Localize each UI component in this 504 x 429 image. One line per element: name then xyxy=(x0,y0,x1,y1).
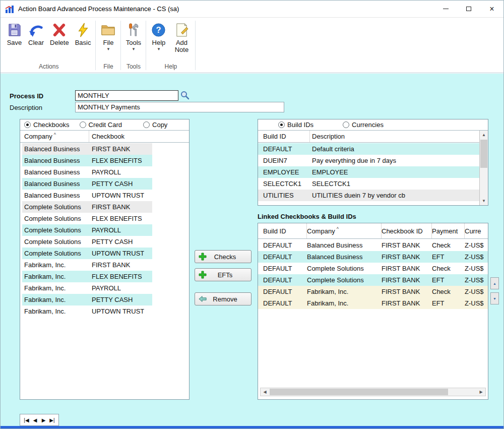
first-record-button[interactable]: |◀ xyxy=(22,417,31,423)
process-id-input[interactable] xyxy=(75,90,178,101)
checkbook-row[interactable]: Fabrikam, Inc.UPTOWN TRUST xyxy=(22,305,152,317)
company-cell: Fabrikam, Inc. xyxy=(307,286,382,297)
close-icon: × xyxy=(489,5,494,13)
description-input[interactable] xyxy=(75,102,284,112)
maximize-button[interactable] xyxy=(457,1,480,18)
help-button[interactable]: ? Help ▾ xyxy=(148,21,169,52)
linked-horizontal-scrollbar[interactable]: ◀ ▶ xyxy=(260,388,486,396)
checkbook-row[interactable]: Complete SolutionsUPTOWN TRUST xyxy=(22,248,152,259)
company-cell: Complete Solutions xyxy=(22,224,90,236)
scroll-up-button[interactable]: ▲ xyxy=(480,131,488,139)
checkbook-row[interactable]: Fabrikam, Inc.PAYROLL xyxy=(22,282,152,294)
linked-scroll-up-button[interactable]: ▲ xyxy=(490,277,499,289)
radio-build-ids[interactable]: Build IDs xyxy=(278,121,313,129)
last-record-button[interactable]: ▶| xyxy=(48,417,56,423)
add-checks-button[interactable]: Checks xyxy=(195,250,251,263)
currency-cell: Z-US$ xyxy=(465,297,488,309)
checkbook-cell: FLEX BENEFITS xyxy=(90,155,142,166)
checkbook-row[interactable]: Fabrikam, Inc.FIRST BANK xyxy=(22,259,152,271)
linked-row[interactable]: DEFAULTBalanced BusinessFIRST BANKEFTZ-U… xyxy=(258,251,488,263)
description-column-header[interactable]: Description xyxy=(310,133,345,140)
linked-company-column-header[interactable]: Company^ xyxy=(307,223,382,238)
company-cell: Complete Solutions xyxy=(22,236,90,248)
linked-build-id-column-header[interactable]: Build ID xyxy=(258,223,307,238)
add-note-button[interactable]: Add Note xyxy=(169,21,194,55)
scroll-down-icon: ▼ xyxy=(482,199,486,203)
radio-currencies[interactable]: Currencies xyxy=(343,121,384,129)
build-radio-group: Build IDs Currencies xyxy=(258,119,488,131)
payment-cell: Check xyxy=(432,263,465,274)
build-id-column-header[interactable]: Build ID xyxy=(258,131,310,142)
clear-button[interactable]: Clear xyxy=(25,21,47,48)
company-column-header[interactable]: Company^ xyxy=(20,131,89,142)
checkbook-row[interactable]: Fabrikam, Inc.FLEX BENEFITS xyxy=(22,271,152,282)
checkbook-row[interactable]: Complete SolutionsPETTY CASH xyxy=(22,236,152,248)
radio-checkbooks[interactable]: Checkbooks xyxy=(24,121,70,129)
checkbook-row[interactable]: Fabrikam, Inc.PETTY CASH xyxy=(22,294,152,305)
company-cell: Balanced Business xyxy=(22,178,90,190)
tools-dropdown-icon: ▾ xyxy=(133,47,135,51)
delete-button[interactable]: Delete xyxy=(47,21,72,48)
checkbook-row[interactable]: Balanced BusinessFLEX BENEFITS xyxy=(22,155,152,166)
basic-button[interactable]: Basic xyxy=(72,21,94,48)
build-row[interactable]: SELECTCK1SELECTCK1 xyxy=(258,178,479,190)
scrollbar-thumb[interactable] xyxy=(270,389,448,395)
checkbook-row[interactable]: Complete SolutionsFLEX BENEFITS xyxy=(22,213,152,224)
lookup-button[interactable] xyxy=(180,90,190,100)
currency-cell: Z-US$ xyxy=(465,286,488,297)
save-button[interactable]: Save xyxy=(4,21,25,48)
minimize-button[interactable] xyxy=(434,1,457,18)
linked-row[interactable]: DEFAULTComplete SolutionsFIRST BANKCheck… xyxy=(258,263,488,274)
checkbook-column-header[interactable]: Checkbook xyxy=(89,133,124,140)
previous-record-button[interactable]: ◀ xyxy=(31,417,39,423)
note-icon xyxy=(174,22,190,38)
help-icon: ? xyxy=(151,22,166,38)
delete-label: Delete xyxy=(50,39,69,46)
scroll-left-button[interactable]: ◀ xyxy=(261,388,269,396)
checkbook-row[interactable]: Balanced BusinessFIRST BANK xyxy=(22,143,152,155)
checkbook-row[interactable]: Balanced BusinessPAYROLL xyxy=(22,166,152,178)
checkbook-row[interactable]: Balanced BusinessUPTOWN TRUST xyxy=(22,190,152,201)
radio-checkbooks-label: Checkbooks xyxy=(33,121,70,129)
scrollbar-track[interactable] xyxy=(269,388,477,396)
linked-currency-column-header[interactable]: Curre xyxy=(465,223,488,238)
radio-credit-card[interactable]: Credit Card xyxy=(80,121,122,129)
file-button[interactable]: File ▾ xyxy=(97,21,119,52)
build-id-cell: DUEIN7 xyxy=(258,155,307,166)
scroll-down-button[interactable]: ▼ xyxy=(480,197,488,205)
build-row[interactable]: DEFAULTDefault criteria xyxy=(258,143,479,155)
close-button[interactable]: × xyxy=(480,1,503,18)
scroll-right-button[interactable]: ▶ xyxy=(477,388,485,396)
build-row[interactable]: DUEIN7Pay everything due in 7 days xyxy=(258,155,479,166)
ribbon-separator xyxy=(95,21,96,70)
radio-credit-card-label: Credit Card xyxy=(89,121,122,129)
checks-button-label: Checks xyxy=(211,253,239,261)
checkbook-id-cell: FIRST BANK xyxy=(382,274,432,286)
checkbook-cell: FLEX BENEFITS xyxy=(90,213,142,224)
tools-button[interactable]: Tools ▾ xyxy=(122,21,144,52)
checkbook-row[interactable]: Complete SolutionsFIRST BANK xyxy=(22,201,152,213)
build-vertical-scrollbar[interactable]: ▲ ▼ xyxy=(479,131,488,205)
linked-scroll-down-button[interactable]: ▼ xyxy=(490,292,499,304)
linked-payment-column-header[interactable]: Payment xyxy=(432,223,465,238)
scrollbar-thumb[interactable] xyxy=(480,140,487,168)
linked-row[interactable]: DEFAULTBalanced BusinessFIRST BANKCheckZ… xyxy=(258,239,488,251)
checkbook-cell: UPTOWN TRUST xyxy=(90,248,144,259)
radio-copy[interactable]: Copy xyxy=(143,121,167,129)
build-row[interactable]: UTILITIESUTILITIES duein 7 by vendor cb xyxy=(258,190,479,201)
scroll-up-icon: ▲ xyxy=(493,282,496,285)
checkbook-row[interactable]: Balanced BusinessPETTY CASH xyxy=(22,178,152,190)
company-cell: Fabrikam, Inc. xyxy=(22,271,90,282)
next-record-button[interactable]: ▶ xyxy=(39,417,48,423)
build-row[interactable]: EMPLOYEEEMPLOYEE xyxy=(258,166,479,178)
linked-checkbook-id-column-header[interactable]: Checkbook ID xyxy=(382,223,432,238)
linked-row[interactable]: DEFAULTFabrikam, Inc.FIRST BANKCheckZ-US… xyxy=(258,286,488,297)
process-id-label: Process ID xyxy=(10,92,43,100)
linked-row[interactable]: DEFAULTComplete SolutionsFIRST BANKEFTZ-… xyxy=(258,274,488,286)
remove-button[interactable]: Remove xyxy=(195,292,251,305)
checkbook-row[interactable]: Complete SolutionsPAYROLL xyxy=(22,224,152,236)
linked-row[interactable]: DEFAULTFabrikam, Inc.FIRST BANKEFTZ-US$ xyxy=(258,297,488,309)
ribbon-separator xyxy=(146,21,146,70)
build-description-cell: SELECTCK1 xyxy=(307,178,479,190)
add-efts-button[interactable]: EFTs xyxy=(195,268,251,281)
